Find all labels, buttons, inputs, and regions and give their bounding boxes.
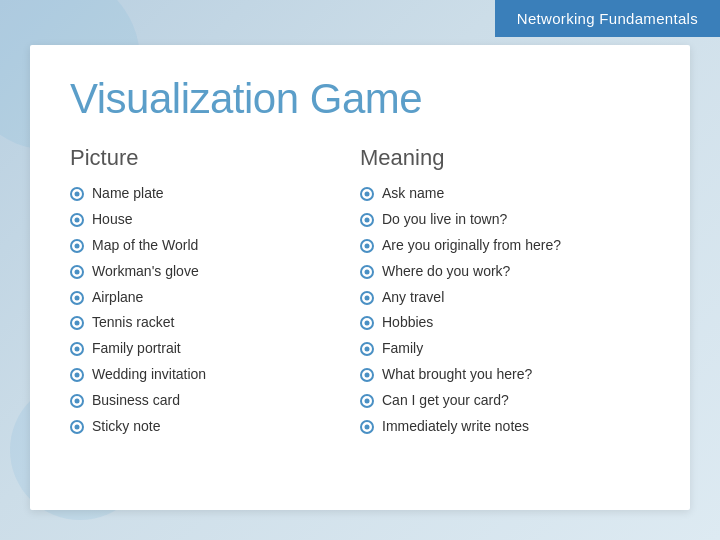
item-text: Immediately write notes — [382, 414, 529, 440]
item-text: Map of the World — [92, 233, 198, 259]
columns: Picture Name plateHouseMap of the WorldW… — [70, 145, 650, 440]
list-item: Hobbies — [360, 310, 650, 336]
bullet-icon — [70, 394, 84, 408]
bullet-icon — [70, 342, 84, 356]
list-item: Any travel — [360, 285, 650, 311]
bullet-icon — [360, 239, 374, 253]
item-text: Business card — [92, 388, 180, 414]
list-item: House — [70, 207, 360, 233]
item-text: Family portrait — [92, 336, 181, 362]
bullet-icon — [70, 368, 84, 382]
bullet-icon — [360, 291, 374, 305]
bullet-icon — [360, 394, 374, 408]
list-item: Ask name — [360, 181, 650, 207]
item-text: Where do you work? — [382, 259, 510, 285]
meaning-list: Ask nameDo you live in town?Are you orig… — [360, 181, 650, 440]
list-item: Family — [360, 336, 650, 362]
bullet-icon — [360, 368, 374, 382]
banner-label: Networking Fundamentals — [517, 10, 698, 27]
content-area: Visualization Game Picture Name plateHou… — [30, 45, 690, 510]
list-item: Sticky note — [70, 414, 360, 440]
item-text: Name plate — [92, 181, 164, 207]
item-text: Hobbies — [382, 310, 433, 336]
list-item: Business card — [70, 388, 360, 414]
list-item: Airplane — [70, 285, 360, 311]
item-text: Are you originally from here? — [382, 233, 561, 259]
bullet-icon — [360, 420, 374, 434]
meaning-column-header: Meaning — [360, 145, 650, 171]
slide-title: Visualization Game — [70, 75, 650, 123]
bullet-icon — [70, 187, 84, 201]
item-text: Workman's glove — [92, 259, 199, 285]
item-text: Airplane — [92, 285, 143, 311]
list-item: Where do you work? — [360, 259, 650, 285]
list-item: Family portrait — [70, 336, 360, 362]
list-item: Workman's glove — [70, 259, 360, 285]
item-text: Ask name — [382, 181, 444, 207]
list-item: Name plate — [70, 181, 360, 207]
bullet-icon — [360, 265, 374, 279]
bullet-icon — [70, 239, 84, 253]
list-item: Immediately write notes — [360, 414, 650, 440]
bullet-icon — [70, 213, 84, 227]
bullet-icon — [360, 342, 374, 356]
picture-column: Picture Name plateHouseMap of the WorldW… — [70, 145, 360, 440]
item-text: Sticky note — [92, 414, 160, 440]
item-text: What brought you here? — [382, 362, 532, 388]
bullet-icon — [360, 213, 374, 227]
item-text: Can I get your card? — [382, 388, 509, 414]
slide-wrapper: Networking Fundamentals Visualization Ga… — [0, 0, 720, 540]
bullet-icon — [70, 265, 84, 279]
list-item: Are you originally from here? — [360, 233, 650, 259]
picture-column-header: Picture — [70, 145, 360, 171]
item-text: House — [92, 207, 132, 233]
bullet-icon — [360, 187, 374, 201]
item-text: Tennis racket — [92, 310, 174, 336]
list-item: What brought you here? — [360, 362, 650, 388]
list-item: Do you live in town? — [360, 207, 650, 233]
bullet-icon — [360, 316, 374, 330]
banner: Networking Fundamentals — [495, 0, 720, 37]
bullet-icon — [70, 291, 84, 305]
item-text: Do you live in town? — [382, 207, 507, 233]
meaning-column: Meaning Ask nameDo you live in town?Are … — [360, 145, 650, 440]
picture-list: Name plateHouseMap of the WorldWorkman's… — [70, 181, 360, 440]
list-item: Wedding invitation — [70, 362, 360, 388]
list-item: Tennis racket — [70, 310, 360, 336]
list-item: Can I get your card? — [360, 388, 650, 414]
bullet-icon — [70, 420, 84, 434]
item-text: Any travel — [382, 285, 444, 311]
item-text: Wedding invitation — [92, 362, 206, 388]
list-item: Map of the World — [70, 233, 360, 259]
bullet-icon — [70, 316, 84, 330]
item-text: Family — [382, 336, 423, 362]
